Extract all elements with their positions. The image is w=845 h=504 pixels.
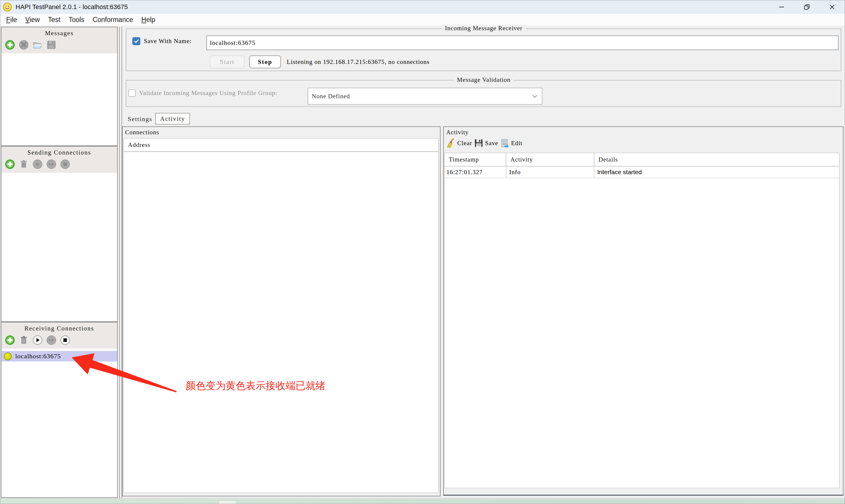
save-with-name-label: Save With Name: (144, 38, 192, 45)
row-timestamp: 16:27:01.327 (445, 166, 506, 178)
activity-table-header: Timestamp Activity Details (445, 153, 839, 166)
message-validation-group-title: Message Validation (454, 76, 514, 84)
message-validation-group: Message Validation Validate Incoming Mes… (126, 80, 842, 107)
delete-receiving-connection-icon[interactable] (19, 335, 29, 345)
menu-conformance[interactable]: Conformance (88, 14, 137, 25)
column-details[interactable]: Details (594, 153, 839, 166)
validate-incoming-checkbox[interactable] (128, 89, 136, 97)
menu-file[interactable]: File (2, 14, 21, 25)
menu-tools[interactable]: Tools (65, 14, 89, 25)
check-icon (134, 39, 139, 44)
app-window: HAPI TestPanel 2.0.1 - localhost:63675 F… (0, 0, 845, 504)
sending-toolbar (1, 156, 117, 173)
close-message-icon[interactable] (19, 40, 29, 50)
messages-panel-header: Messages (1, 27, 117, 53)
listening-status-text: Listening on 192.168.17.215:63675, no co… (287, 58, 429, 66)
sending-panel-title: Sending Connections (1, 149, 117, 156)
column-activity[interactable]: Activity (506, 153, 594, 166)
save-label: Save (485, 140, 498, 147)
receiver-name-input[interactable] (206, 35, 839, 50)
menu-help[interactable]: Help (137, 14, 159, 25)
chevron-down-icon (531, 93, 538, 100)
save-with-name-checkbox[interactable] (132, 37, 140, 45)
connections-column-address[interactable]: Address (124, 138, 438, 152)
tab-activity[interactable]: Activity (155, 113, 190, 125)
taskbar-button-sliver (219, 501, 236, 504)
activity-panel: Activity Clear (443, 126, 844, 496)
start-button[interactable]: Start (210, 55, 244, 68)
sidebar-splitter[interactable] (119, 27, 120, 499)
minimize-button[interactable] (769, 0, 794, 14)
titlebar: HAPI TestPanel 2.0.1 - localhost:63675 (0, 0, 845, 14)
close-button[interactable] (820, 0, 845, 14)
save-message-icon[interactable] (46, 40, 56, 50)
add-receiving-connection-icon[interactable] (5, 335, 15, 345)
restore-icon (804, 4, 810, 10)
activity-table: Timestamp Activity Details 16:27:01.327 … (444, 153, 840, 488)
edit-label: Edit (511, 140, 522, 147)
messages-panel-title: Messages (1, 30, 117, 37)
activity-panel-title: Activity (444, 127, 843, 136)
desktop-strip (0, 499, 845, 504)
stop-sending-icon[interactable] (60, 159, 70, 169)
receiving-connection-item[interactable]: localhost:63675 (1, 351, 117, 361)
menu-test[interactable]: Test (44, 14, 65, 25)
close-icon (829, 4, 835, 10)
receiving-toolbar (1, 332, 117, 348)
tab-settings[interactable]: Settings (126, 114, 154, 124)
receiving-connections-panel: Receiving Connections (1, 322, 118, 498)
broom-clear-icon (447, 138, 455, 148)
row-activity: Info (506, 166, 594, 178)
connections-panel: Connections Address (122, 126, 441, 497)
profile-group-select[interactable]: None Defined (308, 88, 542, 105)
start-sending-icon[interactable] (33, 159, 42, 169)
profile-group-value: None Defined (312, 93, 350, 100)
column-timestamp[interactable]: Timestamp (445, 153, 506, 166)
connection-item-label: localhost:63675 (15, 353, 61, 360)
save-activity-button[interactable]: Save (474, 139, 498, 147)
connections-table: Address (124, 138, 438, 493)
start-receiving-icon[interactable] (33, 335, 42, 345)
stop-receiving-icon[interactable] (60, 335, 70, 345)
validate-incoming-label: Validate Incoming Messages Using Profile… (139, 89, 277, 97)
messages-toolbar (1, 37, 117, 53)
clear-label: Clear (457, 140, 472, 147)
stop-button[interactable]: Stop (249, 55, 281, 68)
add-message-icon[interactable] (5, 40, 15, 50)
sending-connections-panel: Sending Connections (1, 146, 118, 322)
delete-sending-connection-icon[interactable] (19, 159, 29, 169)
annotation-text: 颜色变为黄色表示接收端已就绪 (186, 379, 326, 393)
hapi-smiley-app-icon (3, 2, 12, 12)
minimize-icon (778, 4, 785, 10)
window-title: HAPI TestPanel 2.0.1 - localhost:63675 (16, 3, 128, 11)
sending-panel-header: Sending Connections (1, 147, 117, 173)
edit-notepad-icon (500, 139, 509, 147)
incoming-message-receiver-group: Incoming Message Receiver Save With Name… (126, 29, 842, 71)
start-all-receiving-icon[interactable] (46, 335, 56, 345)
maximize-restore-button[interactable] (794, 0, 820, 14)
row-details: Interface started (594, 166, 839, 178)
start-all-sending-icon[interactable] (46, 159, 56, 169)
activity-toolbar: Clear Save (444, 136, 843, 148)
clear-activity-button[interactable]: Clear (447, 138, 472, 148)
messages-panel: Messages (1, 27, 118, 146)
connection-status-ready-icon (4, 353, 12, 360)
menubar: File View Test Tools Conformance Help (0, 14, 845, 26)
receiving-panel-header: Receiving Connections (1, 323, 117, 348)
open-file-icon[interactable] (33, 40, 42, 50)
floppy-save-icon (474, 139, 483, 147)
add-sending-connection-icon[interactable] (5, 159, 15, 169)
receiving-panel-title: Receiving Connections (1, 325, 117, 332)
connections-panel-title: Connections (123, 127, 440, 136)
menu-view[interactable]: View (21, 14, 44, 25)
window-controls (769, 0, 845, 14)
edit-activity-button[interactable]: Edit (500, 139, 522, 147)
incoming-receiver-group-title: Incoming Message Receiver (442, 25, 525, 32)
activity-table-row[interactable]: 16:27:01.327 Info Interface started (445, 166, 839, 178)
